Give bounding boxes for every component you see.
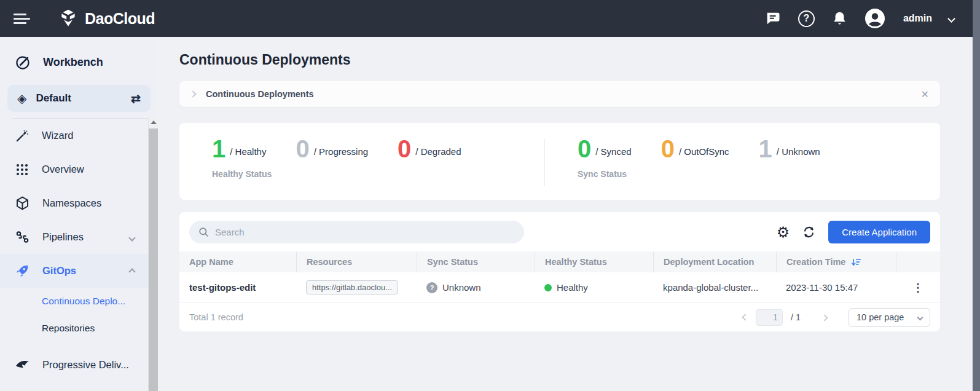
scroll-up-arrow-icon[interactable]	[151, 120, 157, 124]
healthy-status-caption: Healthy Status	[212, 169, 544, 179]
stat-degraded: 0 / Degraded	[398, 136, 461, 161]
workspace-selector[interactable]: ◈ Default ⇄	[7, 85, 151, 112]
table-row[interactable]: test-gitops-edit https://gitlab.daoclou.…	[179, 272, 940, 303]
user-avatar[interactable]	[864, 8, 885, 29]
unknown-status-icon: ?	[426, 282, 437, 293]
chevron-down-icon	[917, 314, 923, 320]
breadcrumb-chevron-icon[interactable]	[189, 90, 196, 97]
messages-icon[interactable]	[764, 10, 782, 27]
sync-status-group: 0 / Synced 0 / OutOfSync 1 / Unknown Syn…	[545, 123, 820, 200]
stat-value: 1	[212, 136, 225, 161]
sidebar-item-gitops[interactable]: GitOps	[0, 254, 148, 288]
search-icon	[198, 226, 210, 238]
sidebar-subitem-repositories[interactable]: Repositories	[0, 315, 148, 342]
user-menu-chevron-icon[interactable]	[947, 15, 955, 23]
sidebar-item-namespaces[interactable]: Namespaces	[0, 186, 148, 220]
column-header-sync-status[interactable]: Sync Status	[417, 251, 535, 272]
sidebar-item-wizard[interactable]: Wizard	[0, 119, 148, 152]
chevron-up-icon	[128, 268, 135, 275]
create-application-button[interactable]: Create Application	[828, 221, 930, 243]
sidebar-scrollbar-thumb[interactable]	[149, 128, 158, 391]
chevron-down-icon	[128, 234, 135, 241]
cell-sync-status: ? Unknown	[417, 282, 535, 293]
help-icon[interactable]: ?	[798, 10, 815, 27]
sidebar-item-label: GitOps	[42, 265, 76, 277]
table-footer: Total 1 record / 1 10 per page	[179, 303, 940, 331]
sidebar: Workbench ◈ Default ⇄ Wizard	[0, 37, 158, 391]
username[interactable]: admin	[903, 13, 932, 24]
search-input[interactable]	[215, 227, 515, 237]
stat-label: / Progressing	[314, 146, 368, 161]
stat-label: / Unknown	[777, 146, 820, 161]
column-header-resources[interactable]: Resources	[296, 251, 417, 272]
breadcrumb[interactable]: Continuous Deployments ✕	[179, 81, 940, 107]
stat-value: 1	[759, 136, 772, 161]
row-actions-kebab-icon[interactable]: ⋮	[912, 281, 923, 294]
sidebar-item-overview[interactable]: Overview	[0, 152, 148, 186]
page-number-input[interactable]	[756, 309, 783, 326]
switch-workspace-icon[interactable]: ⇄	[131, 92, 141, 106]
search-box[interactable]	[189, 221, 524, 243]
sidebar-item-workbench[interactable]: Workbench	[0, 48, 158, 76]
sync-status-value: Unknown	[442, 282, 481, 293]
sidebar-item-label: Pipelines	[42, 231, 84, 243]
sidebar-subitem-label: Continuous Deplo...	[42, 296, 125, 307]
page-size-select[interactable]: 10 per page	[849, 308, 930, 327]
close-icon[interactable]: ✕	[921, 89, 929, 100]
pipelines-icon	[15, 229, 30, 245]
applications-table-card: ⚙ Create Application App Name	[179, 212, 940, 331]
wizard-wand-icon	[15, 128, 29, 143]
progressive-delivery-bird-icon	[15, 357, 30, 373]
gitops-rocket-icon	[15, 263, 30, 278]
column-header-app-name[interactable]: App Name	[179, 251, 296, 272]
brand: DaoCloud	[58, 8, 155, 29]
page-title: Continuous Deployments	[179, 52, 940, 68]
stat-value: 0	[578, 136, 591, 161]
notifications-bell-icon[interactable]	[831, 10, 848, 27]
sidebar-item-pipelines[interactable]: Pipelines	[0, 220, 148, 254]
workspace-name: Default	[36, 92, 71, 105]
stat-label: / Degraded	[415, 146, 461, 161]
sidebar-subitem-label: Repositories	[42, 323, 95, 334]
sidebar-item-label: Wizard	[42, 130, 73, 141]
workbench-label: Workbench	[43, 56, 103, 69]
sync-status-caption: Sync Status	[578, 169, 820, 179]
cell-resources: https://gitlab.daoclou...	[296, 280, 417, 294]
previous-page-icon[interactable]	[742, 314, 748, 320]
stat-value: 0	[661, 136, 675, 161]
stat-progressing: 0 / Progressing	[296, 136, 368, 161]
column-header-healthy-status[interactable]: Healthy Status	[535, 251, 653, 272]
healthy-status-group: 1 / Healthy 0 / Progressing 0 / Degraded…	[179, 123, 544, 200]
page-count: / 1	[791, 312, 801, 322]
daocloud-logo-icon	[58, 8, 79, 29]
cell-healthy-status: Healthy	[535, 282, 653, 293]
cell-app-name[interactable]: test-gitops-edit	[179, 282, 296, 293]
stat-healthy: 1 / Healthy	[212, 136, 266, 161]
overview-grid-icon	[15, 162, 29, 177]
status-summary-card: 1 / Healthy 0 / Progressing 0 / Degraded…	[179, 123, 940, 200]
column-header-creation-time[interactable]: Creation Time	[776, 251, 896, 272]
healthy-status-value: Healthy	[557, 282, 588, 293]
sort-descending-icon[interactable]	[851, 257, 861, 267]
main-content: Continuous Deployments Continuous Deploy…	[158, 37, 980, 391]
menu-toggle-icon[interactable]	[14, 11, 31, 26]
stat-label: / Healthy	[230, 146, 266, 161]
stat-outofsync: 0 / OutOfSync	[661, 136, 729, 161]
settings-gear-icon[interactable]: ⚙	[777, 225, 790, 240]
cell-deployment-location: kpanda-global-cluster...	[653, 282, 776, 293]
sidebar-item-progressive-delivery[interactable]: Progressive Deliv...	[0, 349, 148, 380]
namespaces-cube-icon	[15, 196, 30, 211]
stat-label: / Synced	[595, 146, 631, 161]
stat-synced: 0 / Synced	[578, 136, 632, 161]
refresh-icon[interactable]	[802, 225, 816, 239]
breadcrumb-label: Continuous Deployments	[206, 89, 314, 99]
next-page-icon[interactable]	[821, 314, 828, 321]
resource-chip[interactable]: https://gitlab.daoclou...	[306, 280, 398, 294]
sidebar-item-label: Overview	[42, 164, 84, 175]
sidebar-subitem-continuous-deployments[interactable]: Continuous Deplo...	[0, 288, 148, 315]
column-header-deployment-location[interactable]: Deployment Location	[653, 251, 776, 272]
stat-label: / OutOfSync	[679, 146, 729, 161]
window-scrollbar[interactable]	[973, 0, 980, 391]
column-header-label: Creation Time	[786, 257, 845, 267]
sidebar-scrollbar[interactable]	[148, 117, 158, 391]
